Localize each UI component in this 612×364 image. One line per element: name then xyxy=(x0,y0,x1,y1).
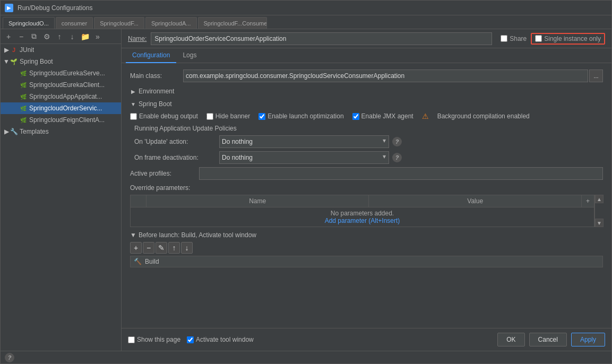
sidebar-eureka-server-label: SpringcloudEurekaServe... xyxy=(29,70,105,77)
name-input[interactable] xyxy=(151,32,492,45)
tabs-bar: SpringcloudO... consumer SpringcloudF...… xyxy=(1,15,611,29)
tab-configuration[interactable]: Configuration xyxy=(126,48,176,63)
tab-2[interactable]: SpringcloudF... xyxy=(94,17,144,29)
active-profiles-input[interactable] xyxy=(199,167,603,180)
spring-boot-section-header[interactable]: ▼ Spring Boot xyxy=(130,99,603,109)
sidebar-item-eureka-server[interactable]: 🌿 SpringcloudEurekaServe... xyxy=(1,67,121,79)
table-col-value: Value xyxy=(369,195,582,207)
before-launch-add-button[interactable]: + xyxy=(130,242,142,254)
show-page-checkbox-item: Show this page xyxy=(128,336,180,343)
sidebar-item-label: JUnit xyxy=(20,46,34,54)
tab-4[interactable]: SpringcloudF...Consumer... xyxy=(198,17,267,29)
share-checkbox[interactable] xyxy=(501,35,507,42)
sidebar-order-service-label: SpringcloudOrderServic... xyxy=(29,105,102,112)
footer-left: Show this page Activate tool window xyxy=(128,336,254,343)
before-launch-arrow-icon: ▼ xyxy=(130,231,136,239)
before-launch-down-button[interactable]: ↓ xyxy=(181,242,193,254)
show-page-checkbox[interactable] xyxy=(128,336,135,343)
add-param-shortcut: (Alt+Insert) xyxy=(368,217,400,224)
table-col-name: Name xyxy=(146,195,369,207)
config-tabs: Configuration Logs xyxy=(122,48,611,63)
launch-checkbox[interactable] xyxy=(258,113,265,120)
build-list-item: 🔨 Build xyxy=(130,256,603,267)
scroll-down-button[interactable]: ▼ xyxy=(595,219,604,227)
override-params-label: Override parameters: xyxy=(130,184,603,192)
frame-deactivation-help-icon[interactable]: ? xyxy=(392,153,402,162)
sidebar-item-order-service[interactable]: 🌿 SpringcloudOrderServic... xyxy=(1,102,121,114)
move-down-button[interactable]: ↓ xyxy=(66,31,78,42)
frame-deactivation-select-wrapper: Do nothing Update resources Update class… xyxy=(219,151,389,164)
background-warning-icon: ⚠ xyxy=(422,112,429,120)
activate-window-checkbox[interactable] xyxy=(187,336,194,343)
frame-deactivation-label: On frame deactivation: xyxy=(134,154,219,161)
window-title: Run/Debug Configurations xyxy=(18,4,92,12)
right-panel: Name: Share Single instance only Configu… xyxy=(122,29,611,351)
show-page-label: Show this page xyxy=(137,336,180,343)
move-up-button[interactable]: ↑ xyxy=(54,31,65,42)
sidebar-item-spring-boot[interactable]: ▼ 🌱 Spring Boot xyxy=(1,56,121,67)
banner-checkbox[interactable] xyxy=(206,113,213,120)
activate-window-checkbox-item: Activate tool window xyxy=(187,336,254,343)
sidebar-item-feign-client[interactable]: 🌿 SpringcloudFeignClientA... xyxy=(1,114,121,126)
update-action-label: On 'Update' action: xyxy=(134,138,219,145)
params-table-wrapper: Name Value + No parameters added. xyxy=(130,195,603,227)
sidebar-item-app-application[interactable]: 🌿 SpringcloudAppApplicat... xyxy=(1,91,121,102)
more-button[interactable]: » xyxy=(92,31,104,42)
tab-3[interactable]: SpringcloudA... xyxy=(145,17,197,29)
templates-arrow-icon: ▶ xyxy=(3,128,10,135)
name-bar: Name: Share Single instance only xyxy=(122,29,611,48)
add-config-button[interactable]: + xyxy=(3,31,14,42)
launch-checkbox-item: Enable launch optimization xyxy=(258,112,343,120)
before-launch-up-button[interactable]: ↑ xyxy=(168,242,180,254)
policies-section: Running Application Update Policies On '… xyxy=(134,125,603,164)
tab-1[interactable]: consumer xyxy=(56,17,93,29)
scroll-up-button[interactable]: ▲ xyxy=(595,195,604,203)
title-bar: ▶ Run/Debug Configurations xyxy=(1,1,611,15)
update-action-help-icon[interactable]: ? xyxy=(392,137,402,146)
folder-button[interactable]: 📁 xyxy=(79,31,91,42)
tab-logs[interactable]: Logs xyxy=(176,48,203,63)
single-instance-checkbox[interactable] xyxy=(535,35,542,42)
tab-0[interactable]: SpringcloudO... xyxy=(3,17,55,29)
sidebar-item-junit[interactable]: ▶ J JUnit xyxy=(1,44,121,56)
sidebar-feign-client-label: SpringcloudFeignClientA... xyxy=(29,116,105,124)
sidebar-list: ▶ J JUnit ▼ 🌱 Spring Boot 🌿 SpringcloudE… xyxy=(1,44,121,351)
before-launch-remove-button[interactable]: − xyxy=(143,242,154,254)
spring-boot-arrow-icon: ▼ xyxy=(3,58,10,65)
add-param-link[interactable]: Add parameter (Alt+Insert) xyxy=(325,217,400,224)
config-content: Main class: ... ▶ Environment ▼ Spring B… xyxy=(122,63,611,328)
eureka-server-icon: 🌿 xyxy=(20,70,27,77)
window-icon: ▶ xyxy=(5,4,13,12)
banner-label: Hide banner xyxy=(216,112,250,120)
cancel-button[interactable]: Cancel xyxy=(529,333,567,346)
update-action-select[interactable]: Do nothing Update resources Update class… xyxy=(219,135,389,148)
remove-config-button[interactable]: − xyxy=(15,31,27,42)
settings-config-button[interactable]: ⚙ xyxy=(41,31,53,42)
build-item-label: Build xyxy=(145,258,159,265)
jmx-checkbox[interactable] xyxy=(352,113,359,120)
active-profiles-label: Active profiles: xyxy=(130,170,199,177)
main-class-input[interactable] xyxy=(183,70,588,82)
before-launch-header[interactable]: ▼ Before launch: Build, Activate tool wi… xyxy=(130,231,603,239)
help-button[interactable]: ? xyxy=(5,353,14,362)
debug-checkbox[interactable] xyxy=(130,113,137,120)
copy-config-button[interactable]: ⧉ xyxy=(28,31,40,42)
table-empty-row: No parameters added. Add parameter (Alt+… xyxy=(131,207,594,227)
sidebar-spring-boot-label: Spring Boot xyxy=(20,58,53,65)
footer-right: OK Cancel Apply xyxy=(497,333,605,346)
main-class-browse-button[interactable]: ... xyxy=(589,70,603,82)
scroll-track xyxy=(595,203,603,219)
before-launch-toolbar: + − ✎ ↑ ↓ xyxy=(130,242,603,254)
sidebar-item-templates[interactable]: ▶ 🔧 Templates xyxy=(1,126,121,137)
single-instance-label: Single instance only xyxy=(544,35,601,42)
name-label: Name: xyxy=(128,35,146,42)
sidebar-item-eureka-client[interactable]: 🌿 SpringcloudEurekaClient... xyxy=(1,79,121,91)
environment-header[interactable]: ▶ Environment xyxy=(130,86,603,96)
override-params-section: Override parameters: Name Value + xyxy=(130,184,603,227)
ok-button[interactable]: OK xyxy=(497,333,524,346)
table-col-add[interactable]: + xyxy=(581,195,594,207)
apply-button[interactable]: Apply xyxy=(571,333,605,346)
run-debug-window: ▶ Run/Debug Configurations SpringcloudO.… xyxy=(0,0,612,364)
frame-deactivation-select[interactable]: Do nothing Update resources Update class… xyxy=(219,151,389,164)
before-launch-edit-button[interactable]: ✎ xyxy=(156,242,167,254)
